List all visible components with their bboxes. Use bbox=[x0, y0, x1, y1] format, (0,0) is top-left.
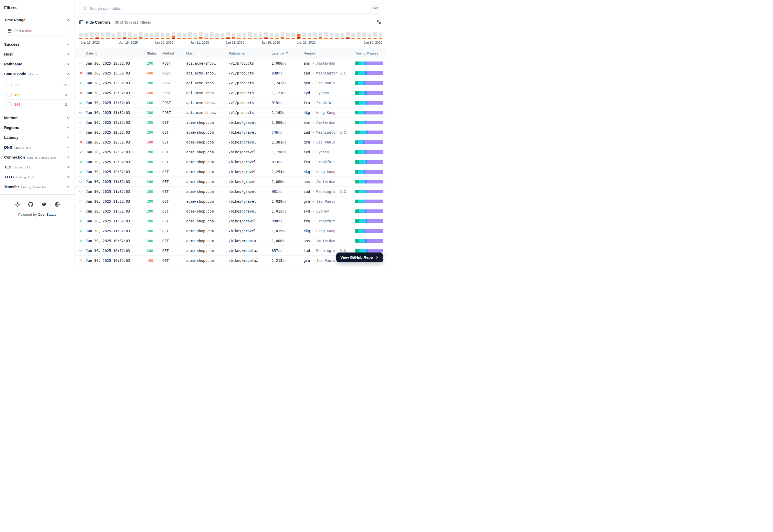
filter-section-method[interactable]: Method bbox=[4, 113, 70, 123]
table-row[interactable]: Jan 30, 2025 13:32:03400POSTapi.acme-sho… bbox=[75, 68, 386, 78]
filter-section-connection[interactable]: Connectiontiming.connection bbox=[4, 152, 70, 162]
timeline-bar[interactable] bbox=[188, 32, 192, 39]
table-row[interactable]: Jan 30, 2025 13:32:03200POSTapi.acme-sho… bbox=[75, 108, 386, 118]
table-row[interactable]: Jan 30, 2025 10:32:03200GETacme-shop.com… bbox=[75, 236, 386, 246]
timeline-bar[interactable] bbox=[144, 32, 148, 39]
timeline-bar[interactable] bbox=[248, 32, 252, 39]
timeline-bar[interactable] bbox=[106, 32, 110, 39]
timeline-bar[interactable] bbox=[232, 32, 235, 39]
filter-section-ttfb[interactable]: TTFBtiming.ttfb bbox=[4, 172, 70, 182]
timeline-bar[interactable] bbox=[90, 32, 93, 39]
timeline-bar[interactable] bbox=[150, 32, 153, 39]
timeline-bar[interactable] bbox=[275, 32, 279, 39]
timeline-bar[interactable] bbox=[302, 32, 306, 39]
timeline-bar[interactable] bbox=[182, 32, 186, 39]
timeline-bar[interactable] bbox=[210, 32, 214, 39]
filter-section-latency[interactable]: Latency bbox=[4, 133, 70, 142]
search-input[interactable] bbox=[90, 6, 369, 11]
table-row[interactable]: Jan 30, 2025 10:32:03200GETacme-shop.com… bbox=[75, 265, 386, 266]
filter-section-tls[interactable]: TLStiming.tls bbox=[4, 162, 70, 172]
timeline-bar[interactable] bbox=[351, 32, 355, 39]
checkbox[interactable] bbox=[8, 83, 12, 87]
filter-section-regions[interactable]: Regions bbox=[4, 123, 70, 133]
timeline-bar[interactable] bbox=[84, 32, 88, 39]
timeline-bar[interactable] bbox=[166, 32, 170, 39]
status-option-500[interactable]: 5002 bbox=[4, 99, 70, 109]
timeline-bar[interactable] bbox=[215, 32, 219, 39]
table-row[interactable]: Jan 30, 2025 12:32:03200GETacme-shop.com… bbox=[75, 167, 386, 177]
table-row[interactable]: Jan 30, 2025 12:32:03200GETacme-shop.com… bbox=[75, 127, 386, 137]
timeline-bar[interactable] bbox=[297, 32, 301, 39]
theme-toggle-sun-icon[interactable] bbox=[15, 201, 21, 207]
hide-controls-button[interactable]: Hide Controls bbox=[79, 20, 110, 25]
timeline-bar[interactable] bbox=[101, 32, 104, 39]
timeline-bar[interactable] bbox=[79, 32, 83, 39]
status-option-200[interactable]: 20025 bbox=[4, 80, 70, 90]
timeline-bar[interactable] bbox=[112, 32, 115, 39]
timeline-bar[interactable] bbox=[237, 32, 241, 39]
twitter-icon[interactable] bbox=[41, 201, 47, 207]
filter-section-status-code[interactable]: Status Codestatus bbox=[4, 69, 70, 79]
timeline-bar[interactable] bbox=[330, 32, 333, 39]
table-row[interactable]: Jan 30, 2025 11:32:03200GETacme-shop.com… bbox=[75, 206, 386, 216]
filter-section-dns[interactable]: DNStiming.dns bbox=[4, 142, 70, 152]
timeline-bar[interactable] bbox=[346, 32, 350, 39]
view-github-repo-button[interactable]: View GitHub Repo bbox=[336, 253, 383, 262]
timeline-bar[interactable] bbox=[281, 32, 284, 39]
timeline-bar[interactable] bbox=[199, 32, 203, 39]
timeline-bar[interactable] bbox=[254, 32, 257, 39]
timeline-bar[interactable] bbox=[205, 32, 208, 39]
table-row[interactable]: Jan 30, 2025 11:32:03200GETacme-shop.com… bbox=[75, 216, 386, 226]
timeline-bar[interactable] bbox=[357, 32, 361, 39]
timeline-bar[interactable] bbox=[292, 32, 295, 39]
table-row[interactable]: Jan 30, 2025 11:32:03200GETacme-shop.com… bbox=[75, 196, 386, 206]
checkbox[interactable] bbox=[8, 93, 12, 97]
timeline-bar[interactable] bbox=[308, 32, 311, 39]
timeline-bar[interactable] bbox=[373, 32, 377, 39]
table-row[interactable]: Jan 30, 2025 12:32:03200GETacme-shop.com… bbox=[75, 118, 386, 127]
timeline-bar[interactable] bbox=[341, 32, 344, 39]
timeline-bar[interactable] bbox=[362, 32, 366, 39]
column-header-date[interactable]: Date bbox=[86, 51, 147, 55]
table-row[interactable]: Jan 30, 2025 13:32:03200POSTapi.acme-sho… bbox=[75, 78, 386, 88]
timeline-bar[interactable] bbox=[270, 32, 273, 39]
date-picker-trigger[interactable]: Pick a date bbox=[4, 26, 70, 36]
filter-section-host[interactable]: Host bbox=[4, 49, 70, 59]
column-header-latency[interactable]: Latency bbox=[272, 51, 304, 55]
timeline-bar[interactable] bbox=[194, 32, 197, 39]
timeline-bar[interactable] bbox=[133, 32, 137, 39]
timeline-bar[interactable] bbox=[286, 32, 290, 39]
table-row[interactable]: Jan 30, 2025 11:32:03200GETacme-shop.com… bbox=[75, 226, 386, 236]
timeline-bar[interactable] bbox=[379, 32, 382, 39]
table-row[interactable]: Jan 30, 2025 13:32:03200POSTapi.acme-sho… bbox=[75, 58, 386, 68]
timeline-bar[interactable] bbox=[177, 32, 181, 39]
table-row[interactable]: Jan 30, 2025 12:32:03200GETacme-shop.com… bbox=[75, 147, 386, 157]
timeline-bar[interactable] bbox=[128, 32, 132, 39]
table-row[interactable]: Jan 30, 2025 12:32:03200GETacme-shop.com… bbox=[75, 157, 386, 167]
timeline-bar[interactable] bbox=[368, 32, 371, 39]
checkbox[interactable] bbox=[8, 102, 12, 106]
timeline-bar[interactable] bbox=[226, 32, 230, 39]
filter-section-pathname[interactable]: Pathname bbox=[4, 59, 70, 69]
table-row[interactable]: Jan 30, 2025 13:32:03400POSTapi.acme-sho… bbox=[75, 88, 386, 98]
table-row[interactable]: Jan 30, 2025 11:32:03200GETacme-shop.com… bbox=[75, 187, 386, 196]
timeline-bar[interactable] bbox=[155, 32, 159, 39]
github-icon[interactable] bbox=[28, 201, 34, 207]
timeline-bar[interactable] bbox=[161, 32, 164, 39]
openstatus-link[interactable]: OpenStatus bbox=[38, 213, 56, 216]
timeline-bar[interactable] bbox=[95, 32, 99, 39]
timeline-bar[interactable] bbox=[259, 32, 262, 39]
table-row[interactable]: Jan 30, 2025 12:32:03500GETacme-shop.com… bbox=[75, 137, 386, 147]
globe-icon[interactable] bbox=[54, 201, 60, 207]
timeline-bar[interactable] bbox=[117, 32, 121, 39]
filter-section-time-range[interactable]: Time Range bbox=[4, 15, 70, 25]
timeline-bar[interactable] bbox=[335, 32, 339, 39]
timeline-bar[interactable] bbox=[324, 32, 328, 39]
timeline-bar[interactable] bbox=[221, 32, 225, 39]
timeline-bar[interactable] bbox=[139, 32, 142, 39]
timeline-bar[interactable] bbox=[172, 32, 175, 39]
status-option-400[interactable]: 4003 bbox=[4, 90, 70, 99]
view-options-button[interactable] bbox=[375, 18, 382, 26]
timeline-bar[interactable] bbox=[243, 32, 246, 39]
table-row[interactable]: Jan 30, 2025 11:32:03200GETacme-shop.com… bbox=[75, 177, 386, 187]
